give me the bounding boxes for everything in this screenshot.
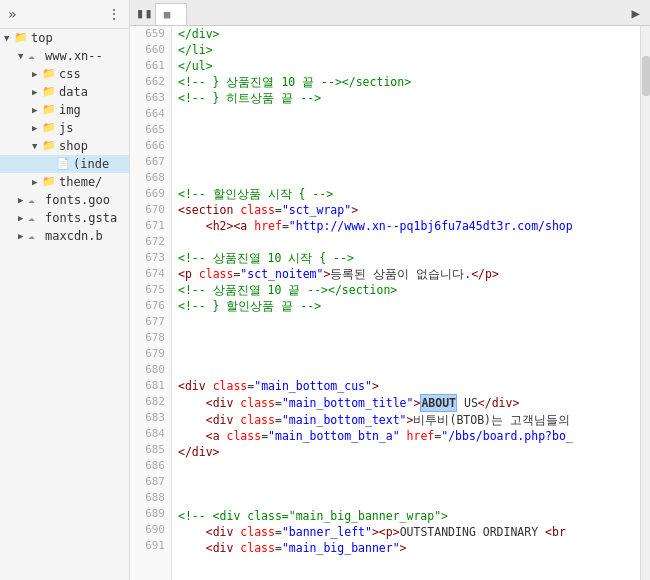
- tree-item-css[interactable]: ▶📁css: [0, 65, 129, 83]
- tag-part: >: [372, 524, 379, 540]
- tree-item-www-xn[interactable]: ▼☁www.xn--: [0, 47, 129, 65]
- code-line-664: [178, 106, 640, 122]
- tab-bar: ▮▮ ■ ▶: [130, 0, 650, 26]
- tree-item-maxcdn-b[interactable]: ▶☁maxcdn.b: [0, 227, 129, 245]
- folder-icon: 📁: [42, 85, 56, 99]
- line-number-670: 670: [130, 202, 165, 218]
- text-part: [247, 218, 254, 234]
- chevrons-icon[interactable]: »: [6, 4, 18, 24]
- line-number-668: 668: [130, 170, 165, 186]
- editor-content: 6596606616626636646656666676686696706716…: [130, 26, 650, 580]
- text-part: =: [282, 218, 289, 234]
- line-number-680: 680: [130, 362, 165, 378]
- tab-bar-left: ▮▮: [134, 3, 155, 23]
- text-part: =: [247, 378, 254, 394]
- tree-label-www-xn: www.xn--: [45, 49, 103, 63]
- line-number-672: 672: [130, 234, 165, 250]
- text-part: [178, 395, 206, 411]
- code-line-671: <h2><a href="http://www.xn--pq1bj6fu7a45…: [178, 218, 640, 234]
- tree-item-img[interactable]: ▶📁img: [0, 101, 129, 119]
- line-number-673: 673: [130, 250, 165, 266]
- tree-item-theme[interactable]: ▶📁theme/: [0, 173, 129, 191]
- tag-part: </p>: [471, 266, 499, 282]
- line-number-666: 666: [130, 138, 165, 154]
- text-part: [233, 540, 240, 556]
- comment-text: </div>: [178, 26, 220, 42]
- text-part: =: [275, 540, 282, 556]
- open-in-browser-icon[interactable]: ▶: [626, 3, 646, 23]
- tag-part: >: [351, 202, 358, 218]
- line-number-676: 676: [130, 298, 165, 314]
- comment-text: </ul>: [178, 58, 213, 74]
- line-number-681: 681: [130, 378, 165, 394]
- text-part: =: [275, 202, 282, 218]
- comment-text: <!-- } 히트상품 끝 -->: [178, 90, 321, 106]
- tree-arrow-js: ▶: [32, 123, 42, 133]
- folder-icon: 📁: [42, 121, 56, 135]
- val-part: "/bbs/board.php?bo_: [441, 428, 573, 444]
- code-line-667: [178, 154, 640, 170]
- line-number-671: 671: [130, 218, 165, 234]
- tree-item-fonts-gsta[interactable]: ▶☁fonts.gsta: [0, 209, 129, 227]
- code-line-690: <div class="banner_left"><p>OUTSTANDING …: [178, 524, 640, 540]
- attr-part: class: [227, 428, 262, 444]
- comment-text: <!-- } 할인상품 끝 -->: [178, 298, 321, 314]
- tag-part: <a: [206, 428, 220, 444]
- tag-part: <a: [233, 218, 247, 234]
- text-part: US: [457, 395, 478, 411]
- attr-part: href: [407, 428, 435, 444]
- tree-label-data: data: [59, 85, 88, 99]
- scrollbar-thumb[interactable]: [642, 56, 650, 96]
- code-line-661: </ul>: [178, 58, 640, 74]
- tag-text: </div>: [178, 444, 220, 460]
- comment-text: <!-- 상품진열 10 끝 --></section>: [178, 282, 397, 298]
- tree-item-fonts-goo[interactable]: ▶☁fonts.goo: [0, 191, 129, 209]
- tree-item-data[interactable]: ▶📁data: [0, 83, 129, 101]
- code-line-682: <div class="main_bottom_title">ABOUT US<…: [178, 394, 640, 412]
- code-editor[interactable]: </div></li></ul><!-- } 상품진열 10 끝 --></se…: [172, 26, 640, 580]
- tag-part: <div: [206, 524, 234, 540]
- tree-arrow-www-xn: ▼: [18, 51, 28, 61]
- line-number-661: 661: [130, 58, 165, 74]
- tab-index[interactable]: ■: [155, 3, 188, 25]
- tag-part: >: [323, 266, 330, 282]
- line-number-667: 667: [130, 154, 165, 170]
- comment-text: <!-- } 상품진열 10 끝 --></section>: [178, 74, 411, 90]
- line-number-679: 679: [130, 346, 165, 362]
- text-part: =: [275, 412, 282, 428]
- code-line-685: </div>: [178, 444, 640, 460]
- val-part: "main_bottom_cus": [254, 378, 372, 394]
- attr-part: class: [240, 540, 275, 556]
- code-line-659: </div>: [178, 26, 640, 42]
- tag-part: >: [372, 378, 379, 394]
- code-line-672: [178, 234, 640, 250]
- folder-icon: 📁: [42, 139, 56, 153]
- tree-item-shop[interactable]: ▼📁shop: [0, 137, 129, 155]
- file-tree-sidebar[interactable]: » ⋮ ▼📁top▼☁www.xn--▶📁css▶📁data▶📁img▶📁js▼…: [0, 0, 130, 580]
- vertical-scrollbar[interactable]: [640, 26, 650, 580]
- tree-arrow-fonts-goo: ▶: [18, 195, 28, 205]
- code-line-681: <div class="main_bottom_cus">: [178, 378, 640, 394]
- line-number-687: 687: [130, 474, 165, 490]
- menu-icon[interactable]: ⋮: [105, 4, 123, 24]
- val-part: "http://www.xn--pq1bj6fu7a45dt3r.com/sho…: [289, 218, 573, 234]
- attr-part: class: [213, 378, 248, 394]
- tree-arrow-fonts-gsta: ▶: [18, 213, 28, 223]
- text-part: [192, 266, 199, 282]
- tree-arrow-shop: ▼: [32, 141, 42, 151]
- tree-item-js[interactable]: ▶📁js: [0, 119, 129, 137]
- tree-label-theme: theme/: [59, 175, 102, 189]
- text-part: [400, 428, 407, 444]
- val-part: "main_bottom_title": [282, 395, 414, 411]
- attr-part: class: [240, 524, 275, 540]
- line-number-691: 691: [130, 538, 165, 554]
- code-line-674: <p class="sct_noitem">등록된 상품이 없습니다.</p>: [178, 266, 640, 282]
- line-number-678: 678: [130, 330, 165, 346]
- tree-item-inde[interactable]: 📄(inde: [0, 155, 129, 173]
- tree-label-inde: (inde: [73, 157, 109, 171]
- tree-label-top: top: [31, 31, 53, 45]
- split-editor-icon[interactable]: ▮▮: [134, 3, 155, 23]
- cloud-icon: ☁: [28, 211, 42, 225]
- tree-item-top[interactable]: ▼📁top: [0, 29, 129, 47]
- tag-part: <div: [206, 540, 234, 556]
